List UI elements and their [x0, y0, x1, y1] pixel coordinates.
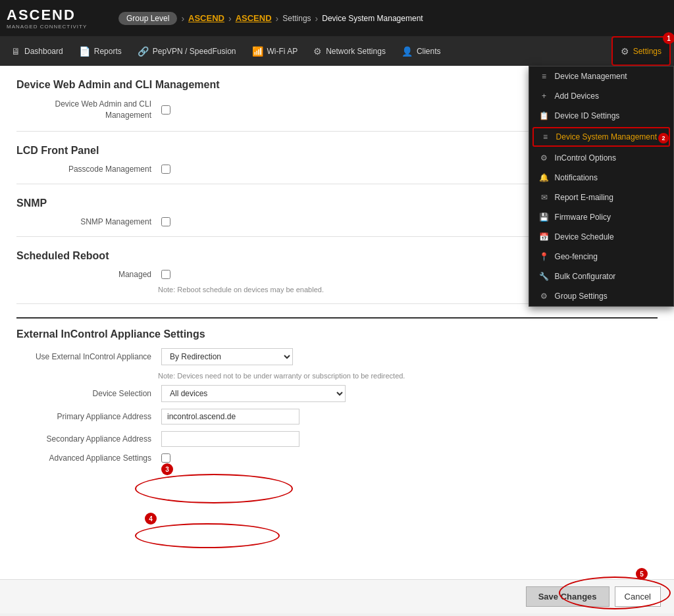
dropdown-notifications-label: Notifications — [555, 173, 598, 182]
nav-pepvpn[interactable]: 🔗 PepVPN / SpeedFusion — [130, 36, 244, 66]
breadcrumb-ascend-2[interactable]: ASCEND — [236, 13, 272, 23]
dropdown-add-devices[interactable]: + Add Devices — [529, 86, 673, 106]
dropdown-device-system-label: Device System Management — [556, 132, 657, 141]
nav-settings-label: Settings — [633, 47, 661, 56]
cancel-button[interactable]: Cancel — [615, 586, 661, 607]
dropdown-incontrol-label: InControl Options — [555, 153, 616, 163]
nav-clients[interactable]: 👤 Clients — [394, 36, 449, 66]
nav-reports[interactable]: 📄 Reports — [71, 36, 130, 66]
nav-reports-label: Reports — [94, 47, 122, 56]
nav-network-label: Network Settings — [326, 47, 386, 56]
dropdown-notifications[interactable]: 🔔 Notifications — [529, 168, 673, 188]
dropdown-group-settings-label: Group Settings — [555, 292, 608, 301]
section5-dropdown-row: Use External InControl Appliance By Redi… — [16, 348, 658, 365]
incontrol-icon: ⚙ — [539, 153, 550, 163]
nav-settings[interactable]: ⚙ Settings 1 — [611, 36, 671, 66]
breadcrumb-arrow-1: › — [181, 13, 184, 24]
nav-wifi[interactable]: 📶 Wi-Fi AP — [244, 36, 306, 66]
nav-dashboard[interactable]: 🖥 Dashboard — [3, 36, 71, 66]
external-incontrol-select[interactable]: By Redirection Disabled Enabled — [161, 348, 293, 365]
section5-note: Note: Devices need not to be under warra… — [158, 372, 658, 380]
bulk-config-icon: 🔧 — [539, 272, 550, 281]
section2-label: Passcode Management — [30, 165, 161, 174]
breadcrumb-settings: Settings — [282, 14, 311, 23]
settings-icon: ⚙ — [621, 46, 629, 57]
secondary-appliance-input[interactable] — [161, 431, 299, 447]
notifications-icon: 🔔 — [539, 173, 550, 182]
section4-checkbox[interactable] — [161, 270, 170, 279]
group-settings-icon: ⚙ — [539, 292, 550, 301]
advanced-appliance-checkbox[interactable] — [161, 453, 170, 463]
logo-sub: MANAGED CONNECTIVITY — [7, 24, 118, 30]
device-selection-select[interactable]: All devices — [161, 385, 346, 402]
breadcrumb: Group Level › ASCEND › ASCEND › Settings… — [118, 12, 667, 25]
section5: External InControl Appliance Settings 3 … — [16, 317, 658, 463]
dropdown-report-email[interactable]: ✉ Report E-mailing — [529, 188, 673, 207]
device-id-icon: 📋 — [539, 111, 550, 120]
nav-pepvpn-label: PepVPN / SpeedFusion — [153, 47, 236, 56]
dropdown-device-schedule[interactable]: 📅 Device Schedule — [529, 227, 673, 247]
dropdown-geofencing-label: Geo-fencing — [555, 252, 598, 261]
geofencing-icon: 📍 — [539, 252, 550, 261]
breadcrumb-ascend-1[interactable]: ASCEND — [188, 13, 224, 23]
save-button[interactable]: Save Changes — [526, 586, 609, 607]
section5-device-row: Device Selection All devices — [16, 385, 658, 402]
section3-checkbox[interactable] — [161, 217, 170, 226]
annotation-badge-3: 3 — [161, 463, 173, 475]
bottom-bar: 5 Save Changes Cancel — [0, 579, 674, 613]
logo-text: ASCEND — [7, 7, 118, 24]
section5-secondary-label: Secondary Appliance Address — [30, 434, 161, 444]
dropdown-device-id[interactable]: 📋 Device ID Settings — [529, 106, 673, 126]
dropdown-group-settings[interactable]: ⚙ Group Settings — [529, 286, 673, 306]
top-header: ASCEND MANAGED CONNECTIVITY Group Level … — [0, 0, 674, 36]
annotation-badge-5: 5 — [636, 568, 648, 580]
section3-label: SNMP Management — [30, 217, 161, 226]
dropdown-bulk-config[interactable]: 🔧 Bulk Configurator — [529, 267, 673, 286]
device-system-badge: 2 — [658, 133, 669, 143]
report-email-icon: ✉ — [539, 193, 550, 202]
section5-advanced-row: Advanced Appliance Settings — [16, 453, 658, 463]
nav-wifi-label: Wi-Fi AP — [267, 47, 298, 56]
logo: ASCEND MANAGED CONNECTIVITY — [7, 7, 118, 30]
section5-secondary-row: Secondary Appliance Address — [16, 431, 658, 447]
annotation-badge-4: 4 — [145, 513, 157, 525]
add-devices-icon: + — [539, 91, 550, 101]
section5-advanced-label: Advanced Appliance Settings — [30, 453, 161, 463]
annotation-circle-4 — [135, 523, 280, 548]
wifi-icon: 📶 — [252, 46, 263, 57]
dropdown-bulk-config-label: Bulk Configurator — [555, 272, 616, 281]
section1-label: Device Web Admin and CLIManagement — [30, 99, 161, 121]
breadcrumb-level[interactable]: Group Level — [118, 12, 177, 25]
section5-primary-label: Primary Appliance Address — [30, 412, 161, 421]
dropdown-device-management[interactable]: ≡ Device Management — [529, 66, 673, 86]
dropdown-firmware[interactable]: 💾 Firmware Policy — [529, 207, 673, 227]
section5-primary-row: Primary Appliance Address — [16, 409, 658, 424]
breadcrumb-arrow-3: › — [276, 13, 279, 24]
section2-checkbox[interactable] — [161, 165, 170, 174]
primary-appliance-input[interactable] — [161, 409, 299, 424]
annotation-circle-3 — [135, 474, 293, 503]
dropdown-device-system[interactable]: ≡ Device System Management 2 — [532, 127, 670, 147]
dropdown-add-devices-label: Add Devices — [555, 91, 599, 101]
breadcrumb-arrow-2: › — [228, 13, 232, 24]
dropdown-geofencing[interactable]: 📍 Geo-fencing — [529, 247, 673, 267]
breadcrumb-arrow-4: › — [315, 13, 319, 24]
dropdown-device-schedule-label: Device Schedule — [555, 232, 614, 242]
device-schedule-icon: 📅 — [539, 232, 550, 242]
nav-bar: 🖥 Dashboard 📄 Reports 🔗 PepVPN / SpeedFu… — [0, 36, 674, 66]
dropdown-device-management-label: Device Management — [555, 72, 627, 81]
reports-icon: 📄 — [79, 46, 90, 57]
nav-network[interactable]: ⚙ Network Settings — [305, 36, 394, 66]
settings-badge: 1 — [663, 32, 674, 44]
dropdown-incontrol-options[interactable]: ⚙ InControl Options — [529, 148, 673, 168]
dropdown-firmware-label: Firmware Policy — [555, 213, 611, 222]
nav-dashboard-label: Dashboard — [24, 47, 63, 56]
dashboard-icon: 🖥 — [11, 46, 20, 57]
dropdown-device-id-label: Device ID Settings — [555, 111, 620, 120]
section4-label: Managed — [30, 270, 161, 279]
clients-icon: 👤 — [402, 46, 413, 57]
section1-checkbox[interactable] — [161, 105, 170, 115]
breadcrumb-device-system: Device System Management — [322, 14, 423, 23]
network-icon: ⚙ — [313, 46, 322, 57]
firmware-icon: 💾 — [539, 213, 550, 222]
